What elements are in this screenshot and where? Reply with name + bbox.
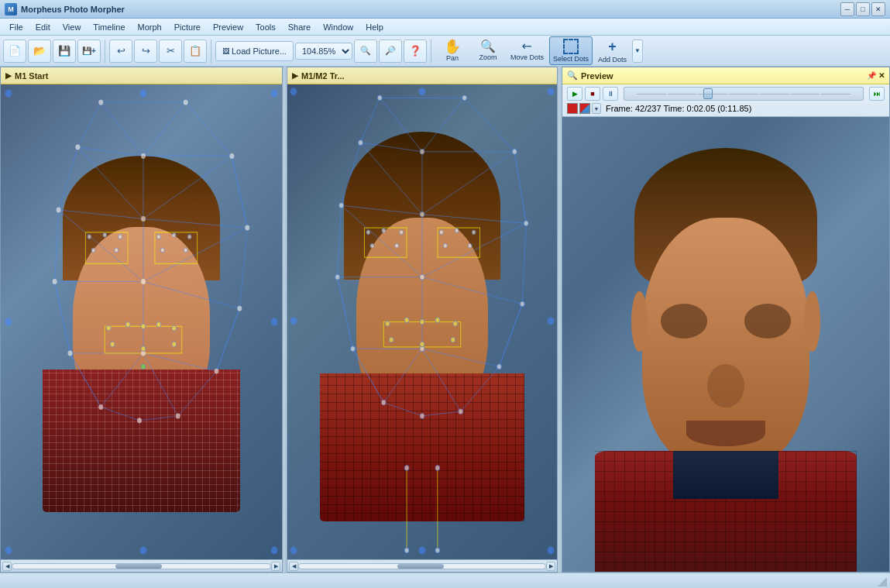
- panel-left-header: ▶ M1 Start: [1, 67, 282, 84]
- svg-point-35: [98, 404, 103, 410]
- divider-left-middle[interactable]: [283, 67, 286, 573]
- menu-preview[interactable]: Preview: [207, 21, 249, 33]
- svg-point-34: [137, 418, 142, 423]
- svg-point-49: [156, 235, 160, 239]
- svg-line-85: [422, 277, 522, 304]
- divider-middle-right[interactable]: [558, 67, 561, 573]
- scrollbar-left-track[interactable]: [12, 563, 271, 569]
- preview-title: Preview: [581, 71, 613, 81]
- menu-view[interactable]: View: [57, 21, 88, 33]
- add-dots-tool[interactable]: + Add Dots: [594, 36, 631, 66]
- svg-point-120: [439, 230, 443, 235]
- svg-line-18: [216, 308, 239, 371]
- svg-line-72: [380, 98, 422, 151]
- panel-left-title: M1 Start: [15, 71, 48, 81]
- scrollbar-middle-thumb[interactable]: [397, 564, 444, 569]
- svg-point-112: [420, 211, 424, 217]
- svg-point-70: [140, 547, 146, 554]
- panel-middle-scrollbar[interactable]: ◀ ▶: [287, 559, 557, 572]
- svg-line-78: [422, 152, 514, 215]
- scrollbar-middle-track[interactable]: [298, 563, 546, 569]
- add-dots-dropdown[interactable]: ▼: [632, 40, 643, 63]
- move-dots-tool[interactable]: ↖ Move Dots: [507, 38, 548, 64]
- svg-point-41: [141, 216, 146, 222]
- svg-point-28: [184, 100, 188, 105]
- menu-morph[interactable]: Morph: [132, 21, 168, 33]
- preview-pin-button[interactable]: 📌: [867, 71, 876, 80]
- svg-point-124: [468, 243, 472, 248]
- svg-line-89: [499, 304, 522, 366]
- svg-point-58: [172, 325, 177, 331]
- svg-point-31: [237, 306, 242, 311]
- scroll-right-arrow[interactable]: ▶: [271, 562, 280, 571]
- mesh-overlay-middle: [287, 84, 557, 559]
- menu-window[interactable]: Window: [317, 21, 359, 33]
- panel-left-scrollbar[interactable]: ◀ ▶: [1, 559, 282, 572]
- pause-button[interactable]: ⏸: [603, 87, 618, 101]
- paste-button[interactable]: 📋: [184, 40, 207, 63]
- scroll-left-arrow[interactable]: ◀: [2, 562, 12, 571]
- panel-left-canvas[interactable]: [1, 84, 282, 559]
- redo-button[interactable]: ↪: [134, 40, 157, 63]
- svg-point-29: [229, 153, 234, 159]
- end-button[interactable]: ⏭: [869, 87, 885, 101]
- svg-point-52: [160, 248, 164, 253]
- svg-point-42: [141, 279, 146, 284]
- maximize-button[interactable]: □: [856, 2, 870, 16]
- svg-point-57: [156, 322, 161, 328]
- svg-point-101: [524, 221, 528, 226]
- panel-middle-canvas[interactable]: [287, 84, 557, 559]
- app-icon: M: [5, 3, 17, 15]
- svg-point-140: [419, 547, 425, 554]
- svg-point-113: [420, 274, 424, 280]
- minimize-button[interactable]: ─: [840, 2, 854, 16]
- scrollbar-left-thumb[interactable]: [115, 564, 162, 569]
- zoom-tool[interactable]: 🔍 Zoom: [471, 38, 505, 64]
- svg-marker-0: [55, 102, 248, 421]
- svg-point-146: [435, 548, 440, 553]
- load-picture-button[interactable]: 🖼 Load Picture...: [215, 41, 294, 61]
- zoom-select[interactable]: 104.85% 100% 75% 50%: [295, 43, 352, 60]
- resize-grip[interactable]: [878, 577, 887, 586]
- svg-line-75: [360, 143, 422, 152]
- save-button[interactable]: 💾: [53, 40, 76, 63]
- open-button[interactable]: 📂: [28, 40, 51, 63]
- svg-line-93: [383, 349, 422, 402]
- menu-share[interactable]: Share: [282, 21, 317, 33]
- new-button[interactable]: 📄: [3, 40, 26, 63]
- swatch-dropdown[interactable]: ▼: [592, 103, 601, 114]
- svg-point-60: [141, 346, 146, 352]
- toolbar-sep-3: [431, 40, 431, 63]
- menu-tools[interactable]: Tools: [249, 21, 282, 33]
- svg-point-69: [271, 318, 277, 325]
- menu-help[interactable]: Help: [359, 21, 390, 33]
- menu-timeline[interactable]: Timeline: [87, 21, 131, 33]
- panel-middle-title: M1/M2 Tr...: [301, 71, 345, 81]
- menu-edit[interactable]: Edit: [29, 21, 57, 33]
- save-as-button[interactable]: 💾+: [77, 40, 101, 63]
- main-content: ▶ M1 Start: [0, 67, 890, 573]
- toolbar-sep-2: [211, 40, 211, 63]
- undo-button[interactable]: ↩: [109, 40, 132, 63]
- select-dots-tool[interactable]: Select Dots: [549, 36, 593, 65]
- transport-slider[interactable]: [624, 87, 864, 101]
- preview-header: 🔍 Preview 📌 ✕: [562, 67, 889, 84]
- stop-button[interactable]: ■: [585, 87, 600, 101]
- pan-tool[interactable]: ✋ Pan: [435, 37, 469, 64]
- svg-line-80: [422, 215, 526, 224]
- scroll-middle-left-arrow[interactable]: ◀: [289, 562, 298, 571]
- play-button[interactable]: ▶: [567, 87, 582, 101]
- zoom-icon: 🔍: [480, 40, 496, 53]
- scroll-middle-right-arrow[interactable]: ▶: [546, 562, 555, 571]
- help-button[interactable]: ❓: [404, 40, 427, 63]
- menu-picture[interactable]: Picture: [168, 21, 207, 33]
- svg-point-127: [420, 319, 424, 325]
- zoom-out-button[interactable]: 🔎: [379, 40, 402, 63]
- close-button[interactable]: ✕: [871, 2, 885, 16]
- mesh-overlay-left: [1, 84, 282, 559]
- cut-button[interactable]: ✂: [159, 40, 182, 63]
- menu-file[interactable]: File: [3, 21, 29, 33]
- zoom-in-button[interactable]: 🔍: [354, 40, 377, 63]
- swatch-red: [567, 103, 578, 114]
- preview-close-button[interactable]: ✕: [878, 71, 885, 80]
